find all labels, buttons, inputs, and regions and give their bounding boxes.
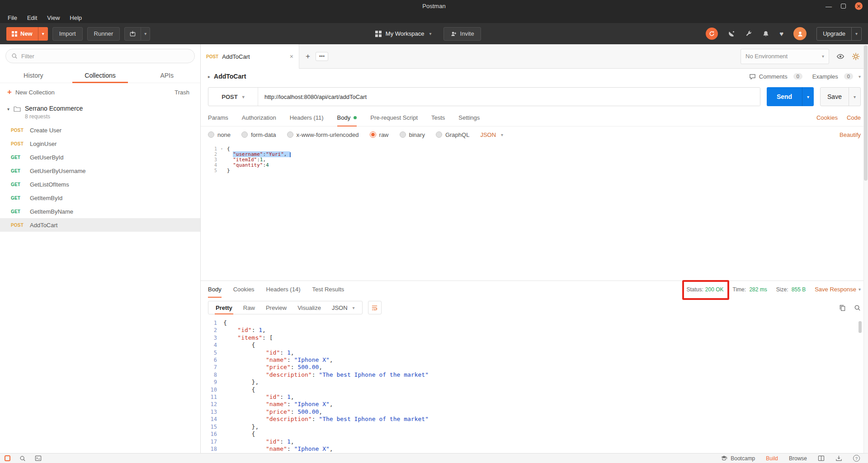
settings-wrench-icon[interactable] [745, 30, 752, 37]
sidebar-request-create-user[interactable]: POSTCreate User [0, 123, 200, 137]
new-tab-button[interactable]: + [306, 52, 310, 61]
sidebar-request-getitembyid[interactable]: GETGetItemById [0, 191, 200, 205]
response-tab-test-results[interactable]: Test Results [312, 281, 344, 298]
body-mode-form-data[interactable]: form-data [241, 131, 276, 138]
find-icon[interactable] [19, 455, 26, 462]
build-button[interactable]: Build [766, 455, 778, 462]
open-new-button[interactable]: ▾ [124, 27, 150, 41]
sidebar-tab-collections[interactable]: Collections [67, 68, 134, 83]
request-body-editor[interactable]: 1▾{2 "username":"Yuri", 3 "itemId":1,4 "… [201, 143, 868, 281]
request-tab-params[interactable]: Params [208, 109, 228, 126]
body-mode-binary[interactable]: binary [400, 131, 425, 138]
sidebar-tab-history[interactable]: History [0, 68, 67, 83]
help-icon[interactable]: ? [853, 455, 860, 462]
notifications-bell-icon[interactable] [762, 30, 769, 37]
response-tab-body[interactable]: Body [208, 281, 222, 298]
menu-view[interactable]: View [42, 14, 65, 22]
tray-icon[interactable] [835, 455, 842, 462]
upgrade-caret-icon[interactable]: ▾ [851, 28, 861, 40]
invite-button[interactable]: Invite [443, 27, 481, 41]
request-tab-label: Params [208, 114, 228, 121]
save-response-button[interactable]: Save Response ▾ [815, 286, 861, 293]
code-link[interactable]: Code [847, 114, 861, 121]
open-request-tab[interactable]: POST AddToCart × [201, 44, 299, 69]
view-tab-preview[interactable]: Preview [260, 301, 292, 314]
postman-status-icon[interactable] [5, 455, 10, 461]
copy-icon[interactable] [839, 304, 846, 311]
response-scrollbar-thumb[interactable] [859, 321, 862, 333]
browse-button[interactable]: Browse [789, 455, 807, 462]
response-tab-cookies[interactable]: Cookies [233, 281, 255, 298]
body-format-dropdown[interactable]: JSON ▾ [480, 131, 503, 138]
settings-gear-icon[interactable] [852, 52, 860, 61]
workspace-selector[interactable]: My Workspace ▾ [375, 30, 432, 37]
response-format-dropdown[interactable]: JSON ▾ [326, 304, 360, 311]
menu-edit[interactable]: Edit [22, 14, 42, 22]
bootcamp-button[interactable]: Bootcamp [721, 455, 755, 462]
new-button[interactable]: New ▾ [6, 27, 48, 41]
save-caret-icon[interactable]: ▾ [849, 88, 860, 106]
sidebar-request-loginuser[interactable]: POSTLoginUser [0, 137, 200, 150]
console-icon[interactable] [35, 455, 42, 462]
sidebar-request-getlistofitems[interactable]: GETGetListOfItems [0, 178, 200, 191]
environment-selector[interactable]: No Environment ▾ [741, 49, 829, 64]
beautify-link[interactable]: Beautify [840, 131, 861, 138]
main-scrollbar[interactable] [863, 44, 868, 453]
url-input[interactable] [258, 88, 760, 106]
tab-close-icon[interactable]: × [290, 53, 293, 60]
menu-file[interactable]: File [3, 14, 22, 22]
import-button[interactable]: Import [52, 27, 83, 41]
sidebar-request-getuserbyusername[interactable]: GETGetUserByUsername [0, 164, 200, 178]
view-tab-pretty[interactable]: Pretty [210, 301, 238, 314]
new-collection-button[interactable]: New Collection [15, 89, 55, 96]
body-mode-graphql[interactable]: GraphQL [436, 131, 469, 138]
request-title-caret-icon[interactable]: ▸ [208, 74, 210, 79]
user-avatar[interactable] [793, 27, 807, 40]
close-icon[interactable]: ✕ [855, 2, 863, 10]
two-pane-icon[interactable] [818, 455, 825, 461]
send-button[interactable]: Send ▾ [767, 87, 814, 106]
runner-button[interactable]: Runner [87, 27, 120, 41]
open-new-caret[interactable]: ▾ [141, 28, 150, 40]
maximize-icon[interactable] [841, 4, 846, 9]
request-tab-headers-11[interactable]: Headers (11) [290, 109, 324, 126]
view-tab-visualize[interactable]: Visualize [292, 301, 326, 314]
send-caret-icon[interactable]: ▾ [802, 87, 814, 106]
request-tab-settings[interactable]: Settings [458, 109, 480, 126]
sidebar-tab-apis[interactable]: APIs [133, 68, 200, 83]
new-dropdown-caret[interactable]: ▾ [38, 27, 48, 41]
body-mode-x-www-form-urlencoded[interactable]: x-www-form-urlencoded [287, 131, 359, 138]
collection-item[interactable]: ▾ Serrano Ecommerce 8 requests [0, 101, 200, 123]
sidebar-request-getuserbyid[interactable]: GETGetUserById [0, 150, 200, 164]
response-body-editor[interactable]: 1{2 "id": 1,3 "items": [4 {5 "id": 1,6 "… [201, 318, 868, 453]
main-scrollbar-thumb[interactable] [864, 45, 868, 181]
menu-help[interactable]: Help [65, 14, 87, 22]
collection-expand-caret-icon[interactable]: ▾ [7, 107, 9, 112]
capture-requests-icon[interactable] [728, 30, 735, 37]
upgrade-button[interactable]: Upgrade ▾ [816, 27, 862, 41]
sync-status-icon[interactable] [706, 28, 718, 40]
cookies-link[interactable]: Cookies [816, 114, 838, 121]
trash-button[interactable]: Trash [175, 89, 189, 96]
environment-quick-look-eye-icon[interactable] [836, 52, 844, 61]
tab-options-button[interactable]: ••• [316, 52, 328, 61]
request-tab-pre-request-script[interactable]: Pre-request Script [370, 109, 418, 126]
filter-input[interactable] [21, 53, 189, 60]
response-tab-headers-14[interactable]: Headers (14) [266, 281, 301, 298]
sidebar-request-getitembyname[interactable]: GETGetItemByName [0, 205, 200, 218]
comments-button[interactable]: Comments 0 [749, 73, 802, 80]
examples-button[interactable]: Examples 0 ▾ [812, 73, 861, 80]
body-mode-none[interactable]: none [208, 131, 231, 138]
search-response-icon[interactable] [854, 304, 861, 311]
save-button[interactable]: Save ▾ [820, 87, 861, 106]
heart-icon[interactable]: ♥ [779, 30, 783, 37]
sidebar-request-addtocart[interactable]: POSTAddToCart [0, 218, 200, 232]
request-tab-tests[interactable]: Tests [431, 109, 445, 126]
method-selector[interactable]: POST ▾ [208, 88, 258, 106]
request-tab-body[interactable]: Body [337, 109, 357, 126]
minimize-icon[interactable]: — [826, 4, 832, 9]
view-tab-raw[interactable]: Raw [238, 301, 260, 314]
request-tab-authorization[interactable]: Authorization [242, 109, 276, 126]
body-mode-raw[interactable]: raw [370, 131, 389, 138]
wrap-lines-button[interactable] [368, 301, 382, 314]
